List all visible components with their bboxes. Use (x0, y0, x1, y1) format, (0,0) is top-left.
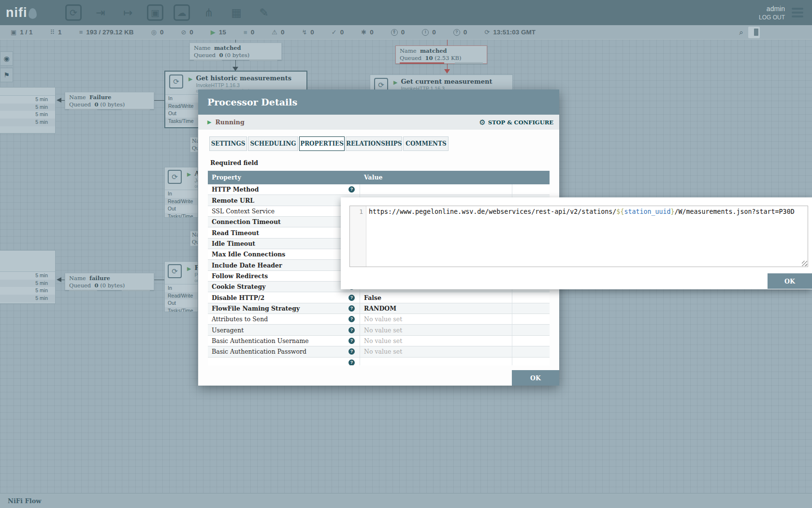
actions-cell (512, 184, 550, 194)
processor-stats: InRead/WriteOutTasks/Time (165, 190, 198, 218)
process-group-icon[interactable]: ▣ (147, 4, 163, 21)
processor-partial-a[interactable]: ⟳ ▶ A Jo or InRead/WriteOutTasks/Time (164, 167, 198, 218)
property-cell: Max Idle Connections? (208, 249, 360, 259)
help-icon[interactable]: ? (348, 359, 355, 365)
conn-queued-count: 0 (95, 101, 99, 108)
processor-stats: InRead/WriteOutTasks/Time (165, 284, 198, 312)
property-name: Idle Timeout (212, 240, 255, 247)
remote-url-value[interactable]: https://www.pegelonline.wsv.de/webservic… (366, 206, 808, 267)
statusbar-right: ⌕ (740, 27, 760, 38)
resize-handle-icon[interactable] (802, 261, 807, 266)
help-icon[interactable]: ? (348, 295, 355, 301)
value-cell: No value set (360, 314, 512, 324)
not-transmitting-icon: ⊘ (181, 29, 186, 36)
connection-label-matched-error[interactable]: Name matched Queued 10 (2.53 KB) (395, 45, 487, 64)
conn-queued-key: Queued (69, 101, 91, 108)
tab-scheduling[interactable]: SCHEDULING (248, 136, 298, 151)
connection-label-failure-top[interactable]: Name Failure Queued 0 (0 bytes) (65, 92, 154, 109)
property-name: Remote URL (212, 197, 254, 204)
property-value: No value set (364, 348, 402, 355)
conn-queued-size: (2.53 KB) (435, 55, 461, 61)
connection-arrow-error (444, 69, 450, 74)
processor-stat-value: 5 min (0, 111, 55, 119)
processor-title: P (194, 264, 198, 271)
current-user: admin (759, 5, 785, 13)
cluster-count: 1 / 1 (20, 29, 32, 36)
help-icon[interactable]: ? (348, 305, 355, 312)
refresh-item[interactable]: ⟳ 13:51:03 GMT (484, 29, 536, 36)
up-to-date-status: ✓0 (332, 29, 344, 36)
input-port-icon[interactable]: ⇥ (92, 4, 109, 21)
connection-label-matched[interactable]: Name matched Queued 0 (0 bytes) (189, 43, 282, 60)
conn-queued-size: (0 bytes) (225, 52, 249, 59)
value-editor-textarea[interactable]: 1 https://www.pegelonline.wsv.de/webserv… (349, 206, 808, 267)
property-cell: SSL Context Service? (208, 206, 360, 216)
actions-cell (512, 346, 550, 357)
conn-name-value: matched (214, 45, 241, 51)
queued-status: ≡193 / 279.12 KB (79, 29, 134, 36)
help-icon[interactable]: ? (348, 338, 355, 344)
required-field-note: Required field (210, 159, 559, 166)
remote-process-group-icon[interactable]: ☁ (174, 4, 190, 21)
property-value: RANDOM (364, 305, 396, 312)
property-name: Connection Timeout (212, 218, 281, 225)
refresh-icon[interactable]: ⟳ (484, 29, 490, 36)
cluster-icon: ▣ (11, 29, 16, 36)
label-icon[interactable]: ✎ (255, 4, 273, 21)
conn-name-key: Name (194, 45, 211, 51)
url-token: ${ (616, 208, 624, 215)
transmitting-count: 0 (160, 29, 164, 36)
sync-failure-status: !0 (422, 29, 436, 36)
clipped-text: Na (192, 231, 198, 239)
template-icon[interactable]: ▦ (228, 4, 245, 21)
help-icon[interactable]: ? (348, 186, 355, 193)
connection-line (61, 280, 65, 280)
value-cell: RANDOM (360, 303, 512, 314)
processor-stats: 5 min5 min5 min5 min (0, 95, 55, 126)
sync-failure-icon: ! (422, 29, 429, 36)
help-icon[interactable]: ? (348, 327, 355, 333)
global-menu-icon[interactable] (792, 8, 803, 17)
cluster-status: ▣1 / 1 (11, 29, 33, 36)
connection-line (61, 100, 65, 101)
processor-stats: 5 min5 min5 min5 min (0, 271, 55, 302)
tab-settings[interactable]: SETTINGS (209, 136, 247, 151)
stopped-count: 0 (251, 29, 255, 36)
property-column-header: Property (208, 171, 360, 184)
property-name: Max Idle Connections (212, 251, 285, 258)
dialog-header: Processor Details (198, 90, 559, 115)
nifi-logo: nifi (6, 5, 57, 20)
processor-partial-left-bottom[interactable]: 5 min5 min5 min5 min (0, 250, 56, 304)
tab-relationships[interactable]: RELATIONSHIPS (346, 136, 402, 151)
stale-count: 0 (401, 29, 405, 36)
actions-cell (512, 292, 550, 302)
tab-properties[interactable]: PROPERTIES (299, 136, 345, 151)
property-cell: Basic Authentication Password? (208, 346, 360, 357)
breadcrumb-nifi-flow[interactable]: NiFi Flow (8, 497, 42, 505)
processor-title-strip (0, 251, 55, 271)
transmitting-status: ◎0 (151, 29, 164, 36)
help-icon[interactable]: ? (348, 316, 355, 322)
canvas-widget[interactable]: ⚑ (0, 68, 13, 82)
stop-and-configure-button[interactable]: ⚙ STOP & CONFIGURE (479, 118, 553, 127)
processor-partial-p[interactable]: ⟳ ▶ P Pu or InRead/WriteOutTasks/Time (164, 261, 198, 312)
processor-bundle: or (194, 278, 198, 283)
canvas-widget[interactable]: ◉ (0, 51, 13, 66)
logout-link[interactable]: LOG OUT (759, 14, 785, 21)
editor-ok-button[interactable]: OK (768, 273, 812, 289)
help-icon[interactable]: ? (348, 348, 355, 355)
search-icon[interactable]: ⌕ (740, 28, 743, 37)
dialog-ok-button[interactable]: OK (512, 370, 559, 386)
conn-stat-bars (69, 290, 150, 291)
output-port-icon[interactable]: ↦ (119, 4, 137, 21)
panel-toggle-button[interactable] (748, 27, 760, 38)
connection-label-failure-bottom[interactable]: Name failure Queued 0 (0 bytes) (65, 273, 154, 290)
processor-partial-left-top[interactable]: 5 min5 min5 min5 min (0, 87, 56, 134)
tab-comments[interactable]: COMMENTS (403, 136, 449, 151)
processor-bundle: or (194, 184, 198, 189)
stale-icon: ⇧ (391, 29, 398, 36)
property-row: FlowFile Naming Strategy?RANDOM (208, 303, 550, 314)
clipped-text: Qu (192, 145, 198, 152)
funnel-icon[interactable]: ⋔ (200, 4, 218, 21)
processor-icon[interactable]: ⟳ (65, 4, 82, 21)
